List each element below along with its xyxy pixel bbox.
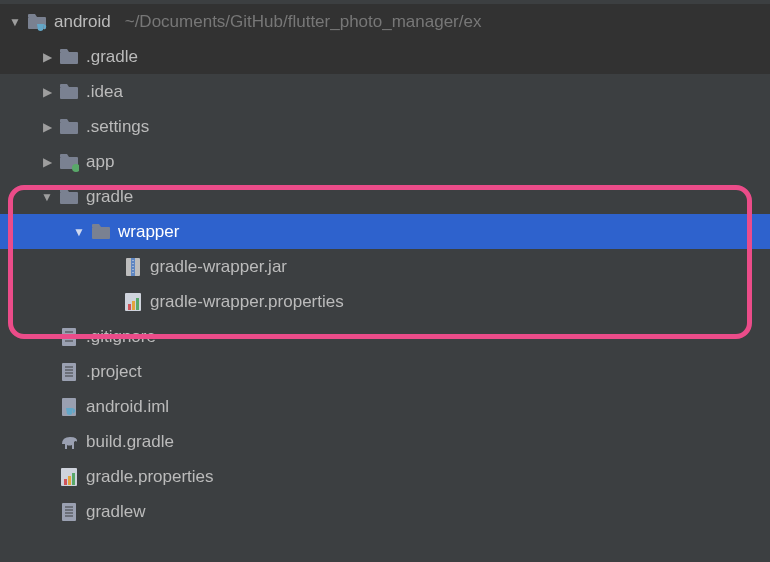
- properties-file-icon: [58, 466, 80, 488]
- module-folder-icon: [58, 151, 80, 173]
- project-tree: ▼ android ~/Documents/GitHub/flutter_pho…: [0, 0, 770, 529]
- text-file-icon: [58, 326, 80, 348]
- gradle-file-icon: [58, 431, 80, 453]
- tree-item-label: gradlew: [86, 502, 146, 522]
- tree-item-label: .gradle: [86, 47, 138, 67]
- tree-item-label: android: [54, 12, 111, 32]
- excluded-folder-icon: [58, 46, 80, 68]
- tree-item-wrapper[interactable]: ▼ wrapper: [0, 214, 770, 249]
- tree-item-gradlew[interactable]: gradlew: [0, 494, 770, 529]
- disclosure-arrow-right-icon[interactable]: ▶: [38, 85, 56, 99]
- tree-item-idea[interactable]: ▶ .idea: [0, 74, 770, 109]
- tree-item-label: app: [86, 152, 114, 172]
- disclosure-arrow-right-icon[interactable]: ▶: [38, 155, 56, 169]
- module-folder-icon: [26, 11, 48, 33]
- tree-item-android-iml[interactable]: android.iml: [0, 389, 770, 424]
- tree-item-gradle-properties[interactable]: gradle.properties: [0, 459, 770, 494]
- tree-item-gitignore[interactable]: .gitignore: [0, 319, 770, 354]
- tree-item-android[interactable]: ▼ android ~/Documents/GitHub/flutter_pho…: [0, 4, 770, 39]
- tree-item-label: .settings: [86, 117, 149, 137]
- tree-item-wrapper-properties[interactable]: gradle-wrapper.properties: [0, 284, 770, 319]
- tree-item-label: gradle-wrapper.jar: [150, 257, 287, 277]
- tree-item-label: gradle: [86, 187, 133, 207]
- tree-item-app[interactable]: ▶ app: [0, 144, 770, 179]
- disclosure-arrow-down-icon[interactable]: ▼: [6, 15, 24, 29]
- folder-icon: [58, 186, 80, 208]
- archive-file-icon: [122, 256, 144, 278]
- folder-icon: [58, 116, 80, 138]
- tree-item-wrapper-jar[interactable]: gradle-wrapper.jar: [0, 249, 770, 284]
- tree-item-path: ~/Documents/GitHub/flutter_photo_manager…: [125, 12, 482, 32]
- tree-item-gradle[interactable]: ▼ gradle: [0, 179, 770, 214]
- tree-item-project[interactable]: .project: [0, 354, 770, 389]
- tree-item-label: build.gradle: [86, 432, 174, 452]
- folder-icon: [58, 81, 80, 103]
- tree-item-label: android.iml: [86, 397, 169, 417]
- disclosure-arrow-down-icon[interactable]: ▼: [38, 190, 56, 204]
- text-file-icon: [58, 501, 80, 523]
- module-file-icon: [58, 396, 80, 418]
- tree-item-settings[interactable]: ▶ .settings: [0, 109, 770, 144]
- tree-item-build-gradle[interactable]: build.gradle: [0, 424, 770, 459]
- disclosure-arrow-right-icon[interactable]: ▶: [38, 50, 56, 64]
- tree-item-label: gradle-wrapper.properties: [150, 292, 344, 312]
- tree-item-label: gradle.properties: [86, 467, 214, 487]
- folder-icon: [90, 221, 112, 243]
- tree-item-label: .gitignore: [86, 327, 156, 347]
- disclosure-arrow-down-icon[interactable]: ▼: [70, 225, 88, 239]
- disclosure-arrow-right-icon[interactable]: ▶: [38, 120, 56, 134]
- text-file-icon: [58, 361, 80, 383]
- properties-file-icon: [122, 291, 144, 313]
- tree-item-label: .idea: [86, 82, 123, 102]
- tree-item-label: wrapper: [118, 222, 179, 242]
- tree-item-gradle-dir[interactable]: ▶ .gradle: [0, 39, 770, 74]
- tree-item-label: .project: [86, 362, 142, 382]
